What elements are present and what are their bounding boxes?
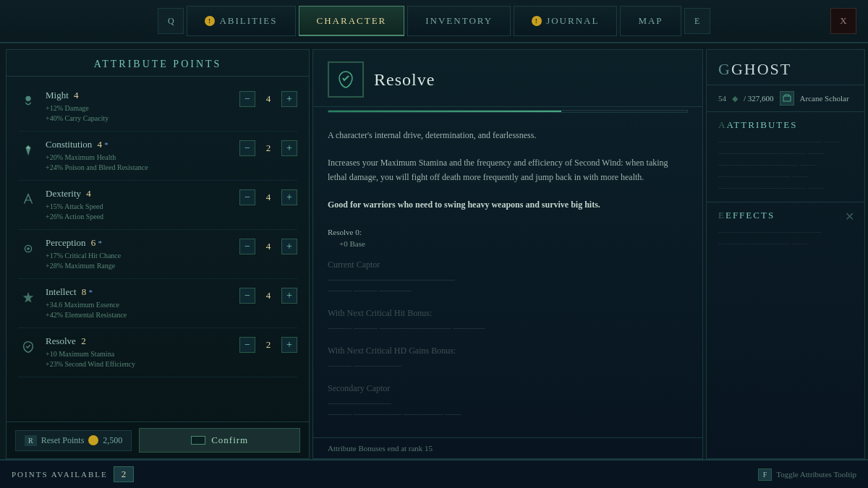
perception-icon: [18, 239, 38, 259]
resolve-name: Resolve 2: [46, 335, 232, 347]
resolve-stats: Resolve 0: +0 Base: [313, 222, 702, 254]
tab-character-label: CHARACTER: [317, 15, 387, 27]
tab-journal-label: JOURNAL: [546, 15, 599, 27]
attr-dim-row-2: ——————————— ——: [718, 148, 853, 157]
resolve-header: Resolve: [313, 50, 702, 107]
confirm-icon: [191, 436, 205, 445]
nav-left-button[interactable]: Q: [158, 8, 184, 34]
tab-map[interactable]: MAP: [620, 6, 681, 36]
tooltip-hint-label: Toggle Attributes Tooltip: [776, 470, 856, 479]
attr-dim-row-3: —————————— ——: [718, 160, 853, 168]
character-name-prefix: G: [718, 60, 731, 78]
secondary-row-2: ——— —————— ————— ——: [328, 409, 688, 418]
attribute-list: Might 4 +12% Damage+40% Carry Capacity −…: [7, 77, 309, 383]
tab-journal[interactable]: ! JOURNAL: [514, 6, 617, 36]
tab-abilities-label: ABILITIES: [219, 15, 277, 27]
constitution-control-value: 2: [260, 142, 277, 154]
scholar-badge: Arcane Scholar: [780, 91, 849, 106]
tab-map-label: MAP: [638, 15, 663, 27]
xp-text: / 327,600: [744, 94, 774, 103]
svg-point-1: [27, 147, 30, 150]
might-decrease-button[interactable]: −: [239, 91, 255, 107]
resolve-header-icon: [328, 61, 364, 98]
dexterity-control-value: 4: [260, 192, 277, 203]
constitution-increase-button[interactable]: +: [281, 140, 297, 156]
perception-info: Perception 6 * +17% Critical Hit Chance+…: [46, 237, 232, 271]
dimmed-row-1a: ————————————————: [328, 275, 688, 283]
dimmed-section-2: With Next Critical Hit Bonus: ——— ——— ——…: [313, 302, 702, 340]
intellect-decrease-button[interactable]: −: [239, 288, 255, 304]
scholar-icon: [780, 91, 794, 106]
intellect-modified: *: [89, 288, 93, 296]
tab-inventory[interactable]: INVENTORY: [407, 6, 511, 36]
intellect-name: Intellect 8 *: [46, 286, 232, 298]
xp-bar: [328, 110, 688, 113]
gold-icon: [88, 435, 98, 445]
resolve-decrease-button[interactable]: −: [239, 337, 255, 353]
constitution-decrease-button[interactable]: −: [239, 140, 255, 156]
tab-abilities[interactable]: ! ABILITIES: [187, 6, 295, 36]
might-control-value: 4: [260, 93, 277, 105]
perception-increase-button[interactable]: +: [281, 239, 297, 254]
xp-prefix: 54: [718, 94, 726, 103]
perception-decrease-button[interactable]: −: [239, 239, 255, 254]
resolve-control-value: 2: [260, 339, 277, 351]
stat-label: Resolve 0:: [328, 228, 688, 236]
close-icon: X: [840, 15, 846, 27]
resolve-increase-button[interactable]: +: [281, 337, 297, 353]
middle-panel: Resolve A character's internal drive, de…: [312, 49, 703, 459]
dexterity-value: 4: [86, 188, 91, 199]
might-increase-button[interactable]: +: [281, 91, 297, 107]
constitution-controls: − 2 +: [239, 140, 297, 156]
dexterity-increase-button[interactable]: +: [281, 189, 297, 205]
attribute-perception: Perception 6 * +17% Critical Hit Chance+…: [18, 230, 297, 279]
constitution-modified: *: [104, 140, 109, 149]
nav-right-button[interactable]: E: [684, 8, 710, 34]
dimmed-section-3: With Next Critical HD Gains Bonus: ——— —…: [313, 340, 702, 377]
attributes-content-dimmed: ————————————— —— ——————————— —— ————————…: [718, 137, 853, 192]
perception-value: 6: [91, 237, 96, 248]
points-available-label: POINTS AVAILABLE: [12, 470, 108, 479]
constitution-icon: [18, 140, 38, 160]
dexterity-info: Dexterity 4 +15% Attack Speed+26% Action…: [46, 188, 232, 222]
right-panel: GGHOST 54 ◆ / 327,600 Arcane Scholar AAt…: [706, 49, 865, 459]
main-content: Attribute Points Might 4 +12% Damage+40%…: [0, 43, 868, 459]
stat-base: +0 Base: [328, 239, 688, 248]
perception-controls: − 4 +: [239, 239, 297, 254]
tooltip-key-badge: F: [758, 468, 773, 481]
xp-bar-fill: [328, 111, 561, 112]
might-bonus: +12% Damage+40% Carry Capacity: [46, 103, 232, 124]
effects-close-icon: ✕: [845, 210, 856, 223]
attribute-constitution: Constitution 4 * +20% Maximum Health+24%…: [18, 132, 297, 181]
reset-button[interactable]: R Reset Points 2,500: [15, 430, 132, 451]
resolve-info: Resolve 2 +10 Maximum Stamina+23% Second…: [46, 335, 232, 369]
scholar-name: Arcane Scholar: [800, 94, 849, 103]
might-info: Might 4 +12% Damage+40% Carry Capacity: [46, 90, 232, 124]
might-value: 4: [74, 90, 79, 100]
attribute-points-title: Attribute Points: [7, 50, 309, 77]
character-name: GHOST: [731, 60, 791, 78]
tab-inventory-label: INVENTORY: [425, 15, 493, 27]
might-controls: − 4 +: [239, 91, 297, 107]
dexterity-controls: − 4 +: [239, 189, 297, 205]
tooltip-hint: F Toggle Attributes Tooltip: [758, 468, 856, 481]
tab-character[interactable]: CHARACTER: [299, 6, 405, 36]
intellect-increase-button[interactable]: +: [281, 288, 297, 304]
xp-info: 54 ◆ / 327,600 Arcane Scholar: [707, 85, 864, 112]
intellect-value: 8: [82, 286, 87, 297]
reset-key: R: [25, 435, 37, 446]
left-panel-bottom: R Reset Points 2,500 Confirm: [7, 421, 309, 458]
character-name-title: GGHOST: [707, 50, 864, 85]
bottom-bar: POINTS AVAILABLE 2 F Toggle Attributes T…: [0, 459, 868, 488]
constitution-name: Constitution 4 *: [46, 139, 232, 150]
dimmed-label-2: With Next Critical Hit Bonus:: [328, 308, 688, 319]
dimmed-section-1: Current Captor ———————————————— ——— ——— …: [313, 254, 702, 302]
resolve-title: Resolve: [374, 70, 435, 90]
confirm-button[interactable]: Confirm: [139, 428, 300, 453]
dexterity-decrease-button[interactable]: −: [239, 189, 255, 205]
resolve-desc-2: Increases your Maximum Stamina and the f…: [328, 156, 688, 184]
left-panel: Attribute Points Might 4 +12% Damage+40%…: [6, 49, 310, 459]
attributes-section-label: AAttributes: [718, 119, 853, 131]
close-button[interactable]: X: [830, 8, 856, 34]
resolve-desc-1: A character's internal drive, determinat…: [328, 129, 688, 142]
